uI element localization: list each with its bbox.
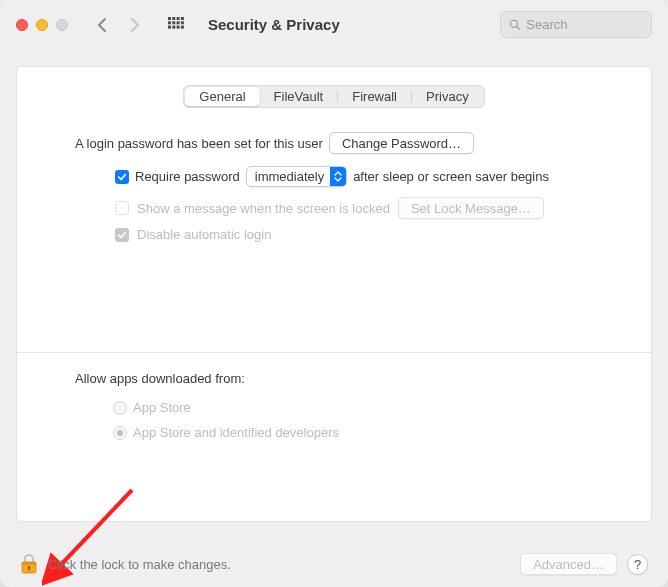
search-input[interactable] — [526, 17, 643, 32]
show-message-label: Show a message when the screen is locked — [137, 201, 390, 216]
lock-icon — [20, 553, 38, 575]
help-button[interactable]: ? — [627, 554, 648, 575]
svg-rect-9 — [172, 25, 175, 28]
nav-group — [88, 13, 148, 37]
svg-rect-8 — [168, 25, 171, 28]
disable-auto-login-label: Disable automatic login — [137, 227, 271, 242]
radio-app-store-label: App Store — [133, 400, 191, 415]
svg-rect-18 — [28, 568, 29, 571]
svg-rect-3 — [181, 17, 184, 20]
svg-rect-1 — [172, 17, 175, 20]
titlebar: Security & Privacy — [0, 0, 668, 50]
traffic-lights — [16, 19, 68, 31]
tab-privacy[interactable]: Privacy — [412, 87, 483, 106]
up-down-caret-icon — [330, 167, 346, 186]
tab-firewall[interactable]: Firewall — [338, 87, 411, 106]
svg-rect-6 — [177, 21, 180, 24]
main-area: General FileVault Firewall Privacy A log… — [0, 50, 668, 587]
search-icon — [509, 18, 520, 31]
svg-rect-16 — [22, 562, 36, 565]
svg-rect-11 — [181, 25, 184, 28]
svg-line-13 — [517, 27, 520, 30]
content-panel: General FileVault Firewall Privacy A log… — [16, 66, 652, 522]
footer: Click the lock to make changes. Advanced… — [0, 553, 668, 575]
svg-rect-7 — [181, 21, 184, 24]
allow-apps-title: Allow apps downloaded from: — [75, 371, 593, 386]
set-lock-message-button: Set Lock Message… — [398, 197, 544, 219]
require-password-label: Require password — [135, 169, 240, 184]
change-password-button[interactable]: Change Password… — [329, 132, 474, 154]
svg-rect-2 — [177, 17, 180, 20]
svg-rect-5 — [172, 21, 175, 24]
radio-app-store-identified-label: App Store and identified developers — [133, 425, 339, 440]
select-value: immediately — [255, 169, 330, 184]
radio-app-store-identified — [113, 426, 127, 440]
check-icon — [117, 172, 127, 182]
disable-auto-login-checkbox — [115, 228, 129, 242]
tab-bar: General FileVault Firewall Privacy — [183, 85, 484, 108]
preferences-window: Security & Privacy General FileVault Fir… — [0, 0, 668, 587]
allow-apps-section: Allow apps downloaded from: App Store Ap… — [39, 353, 629, 440]
minimize-window-button[interactable] — [36, 19, 48, 31]
show-all-button[interactable] — [162, 13, 190, 37]
svg-rect-4 — [168, 21, 171, 24]
chevron-left-icon — [97, 17, 108, 33]
back-button[interactable] — [88, 13, 116, 37]
lock-button[interactable]: Click the lock to make changes. — [20, 553, 231, 575]
chevron-right-icon — [129, 17, 140, 33]
login-password-text: A login password has been set for this u… — [75, 136, 323, 151]
after-sleep-text: after sleep or screen saver begins — [353, 169, 549, 184]
tab-filevault[interactable]: FileVault — [260, 87, 338, 106]
tab-general[interactable]: General — [185, 87, 259, 106]
require-password-checkbox[interactable] — [115, 170, 129, 184]
close-window-button[interactable] — [16, 19, 28, 31]
svg-rect-10 — [177, 25, 180, 28]
svg-rect-0 — [168, 17, 171, 20]
zoom-window-button — [56, 19, 68, 31]
search-field[interactable] — [500, 11, 652, 38]
forward-button[interactable] — [120, 13, 148, 37]
window-title: Security & Privacy — [208, 16, 340, 33]
advanced-button: Advanced… — [520, 553, 617, 575]
password-section: A login password has been set for this u… — [39, 128, 629, 242]
grid-icon — [168, 17, 184, 33]
require-password-delay-select[interactable]: immediately — [246, 166, 347, 187]
radio-app-store — [113, 401, 127, 415]
lock-text: Click the lock to make changes. — [48, 557, 231, 572]
show-message-checkbox — [115, 201, 129, 215]
check-icon — [117, 230, 127, 240]
